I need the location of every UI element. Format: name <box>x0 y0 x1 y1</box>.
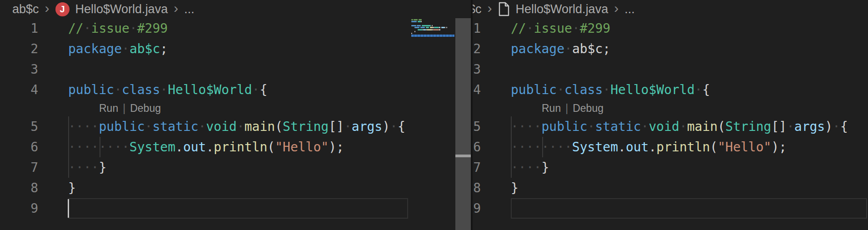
code-token: Hello$World <box>610 82 694 97</box>
code-line-5[interactable]: 5····public·static·void·main(String[]·ar… <box>0 116 409 137</box>
code-token: args <box>352 119 382 134</box>
codelens-run-link[interactable]: Run <box>99 102 118 114</box>
code-line-2[interactable]: 2package·ab$c; <box>0 39 409 59</box>
minimap-line <box>411 33 454 34</box>
code-token: . <box>618 140 626 155</box>
breadcrumb-right: ab$c › Hello$World.java › ... <box>473 0 868 18</box>
minimap-token <box>420 27 425 28</box>
code-token: ( <box>275 119 283 134</box>
code-line-3[interactable]: 3 <box>0 59 409 80</box>
breadcrumb-file[interactable]: Hello$World.java <box>516 2 609 16</box>
code-token: ; <box>779 140 787 155</box>
minimap-token <box>426 27 429 28</box>
whitespace-dots: · <box>588 119 595 134</box>
whitespace-dots: ···· <box>68 119 99 134</box>
line-content: //·issue·#299 <box>68 18 168 39</box>
minimap-token <box>418 29 423 30</box>
minimap-token <box>414 27 419 28</box>
minimap-token <box>422 25 431 26</box>
code-line-1[interactable]: 1//·issue·#299 <box>0 18 409 39</box>
code-token: #299 <box>137 21 168 36</box>
line-number: 7 <box>473 157 481 178</box>
code-line-2[interactable]: 2package·ab$c; <box>473 39 868 59</box>
line-number: 4 <box>473 80 481 100</box>
code-token: class <box>122 82 160 97</box>
whitespace-dots: · <box>122 41 130 56</box>
code-line-3[interactable]: 3 <box>473 59 868 80</box>
code-token: "Hello" <box>718 140 771 155</box>
minimap-token <box>411 21 417 22</box>
line-content: //·issue·#299 <box>511 18 610 39</box>
code-token: String <box>283 119 329 134</box>
current-line-highlight <box>68 198 408 219</box>
line-content: } <box>68 178 76 198</box>
whitespace-dots: · <box>557 82 564 97</box>
line-number: 6 <box>0 137 38 157</box>
minimap-line <box>411 29 454 30</box>
minimap-token <box>439 27 441 28</box>
codelens-run-link[interactable]: Run <box>542 102 561 114</box>
minimap-token <box>430 27 433 28</box>
code-token: . <box>175 140 183 155</box>
minimap-token <box>419 19 422 20</box>
minimap-token <box>444 27 445 28</box>
minimap-token <box>446 27 447 28</box>
code-line-1[interactable]: 1//·issue·#299 <box>473 18 868 39</box>
code-line-4[interactable]: 4public·class·Hello$World·{ <box>473 80 868 100</box>
whitespace-dots: ···· <box>68 160 99 175</box>
code-token: public <box>99 119 145 134</box>
code-token: public <box>541 119 587 134</box>
line-content: ····public·static·void·main(String[]·arg… <box>511 116 848 137</box>
code-token: String <box>725 119 771 134</box>
minimap[interactable] <box>411 19 454 38</box>
code-token: } <box>541 160 549 175</box>
breadcrumb-folder[interactable]: ab$c <box>12 2 39 16</box>
scrollbar-slider-edge[interactable] <box>455 155 471 157</box>
codelens-debug-link[interactable]: Debug <box>573 102 604 114</box>
line-number: 3 <box>0 59 38 80</box>
code-token: package <box>68 41 122 56</box>
whitespace-dots: · <box>679 119 687 134</box>
vertical-scrollbar[interactable] <box>455 18 471 230</box>
minimap-current-line-bar <box>411 35 454 37</box>
whitespace-dots: · <box>603 82 610 97</box>
line-number: 1 <box>0 18 38 39</box>
line-content: ····} <box>68 157 106 178</box>
line-content: ········System.out.println("Hello"); <box>511 137 787 157</box>
breadcrumb-file[interactable]: Hello$World.java <box>75 2 168 16</box>
code-line-6[interactable]: 6········System.out.println("Hello"); <box>473 137 868 157</box>
code-token: { <box>259 82 267 97</box>
code-token: class <box>564 82 603 97</box>
code-token: issue <box>534 21 572 36</box>
whitespace-dots: ···· <box>511 119 541 134</box>
code-line-6[interactable]: 6········System.out.println("Hello"); <box>0 137 409 157</box>
code-token: ) <box>329 140 336 155</box>
whitespace-dots: · <box>526 21 534 36</box>
breadcrumb-ellipsis[interactable]: ... <box>184 2 195 16</box>
line-content: public·class·Hello$World·{ <box>511 80 710 100</box>
breadcrumb-ellipsis[interactable]: ... <box>624 2 635 16</box>
code-line-7[interactable]: 7····} <box>473 157 868 178</box>
code-token: System <box>130 140 175 155</box>
breadcrumb-folder[interactable]: ab$c <box>473 2 482 16</box>
code-token: ( <box>718 119 725 134</box>
whitespace-dots: · <box>564 41 572 56</box>
code-line-4[interactable]: 4public·class·Hello$World·{ <box>0 80 409 100</box>
editor-pane-left: ab$c › J Hello$World.java › ... 1//·issu… <box>0 0 471 230</box>
line-number: 1 <box>473 18 481 39</box>
line-content: public·class·Hello$World·{ <box>68 80 267 100</box>
codelens-debug-link[interactable]: Debug <box>130 102 161 114</box>
code-line-8[interactable]: 8} <box>473 178 868 198</box>
code-token: ) <box>825 119 833 134</box>
line-number: 2 <box>0 39 38 59</box>
code-line-5[interactable]: 5····public·static·void·main(String[]·ar… <box>473 116 868 137</box>
code-token: } <box>99 160 106 175</box>
codelens: Run|Debug <box>473 100 868 116</box>
line-number: 2 <box>473 39 481 59</box>
code-token: { <box>398 119 405 134</box>
java-class-icon: J <box>55 2 70 16</box>
whitespace-dots: · <box>160 82 168 97</box>
code-line-8[interactable]: 8} <box>0 178 409 198</box>
code-token: [] <box>329 119 344 134</box>
code-line-7[interactable]: 7····} <box>0 157 409 178</box>
